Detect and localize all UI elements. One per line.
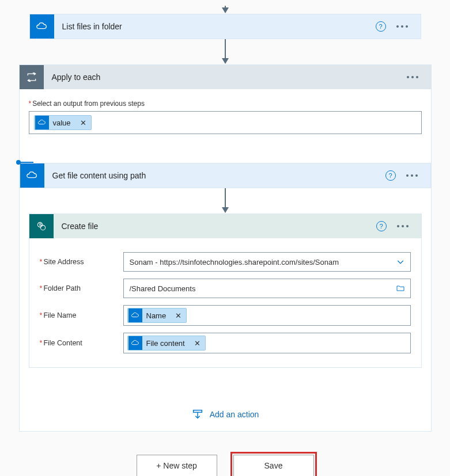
- onedrive-icon: [30, 14, 54, 39]
- file-content-input[interactable]: File content ✕: [123, 333, 411, 353]
- sharepoint-icon: S: [29, 214, 54, 238]
- help-icon[interactable]: ?: [376, 21, 386, 32]
- file-name-input[interactable]: Name ✕: [123, 305, 411, 326]
- step-get-file-content[interactable]: Get file content using path ?: [20, 163, 431, 188]
- step-apply-to-each: Apply to each *Select an output from pre…: [19, 64, 432, 432]
- create-file-header[interactable]: S Create file ?: [29, 214, 421, 238]
- add-action-button[interactable]: Add an action: [210, 410, 259, 419]
- more-menu[interactable]: [404, 172, 420, 179]
- loop-icon: [20, 65, 44, 89]
- step-title: Get file content using path: [44, 171, 385, 180]
- new-step-button[interactable]: + New step: [137, 455, 217, 476]
- token-value[interactable]: value ✕: [34, 115, 92, 130]
- onedrive-icon: [128, 309, 142, 322]
- token-file-content[interactable]: File content ✕: [127, 336, 206, 351]
- apply-to-each-header[interactable]: Apply to each: [20, 65, 431, 89]
- remove-token[interactable]: ✕: [190, 339, 205, 348]
- output-label: *Select an output from previous steps: [29, 100, 422, 108]
- onedrive-icon: [35, 116, 49, 130]
- step-title: Create file: [54, 222, 376, 231]
- file-name-label: *File Name: [40, 311, 123, 319]
- help-icon[interactable]: ?: [376, 221, 387, 231]
- more-menu[interactable]: [395, 223, 411, 230]
- folder-icon[interactable]: [396, 284, 405, 293]
- remove-token[interactable]: ✕: [171, 311, 186, 320]
- svg-text:S: S: [39, 222, 41, 227]
- onedrive-icon: [128, 336, 142, 350]
- more-menu[interactable]: [394, 23, 410, 30]
- help-icon[interactable]: ?: [385, 170, 396, 181]
- step-title: Apply to each: [44, 73, 404, 82]
- remove-token[interactable]: ✕: [75, 119, 91, 127]
- more-menu[interactable]: [404, 74, 421, 81]
- site-address-label: *Site Address: [40, 258, 123, 266]
- site-address-input[interactable]: [123, 252, 411, 272]
- step-list-files[interactable]: List files in folder ?: [29, 14, 421, 39]
- save-button[interactable]: Save: [233, 455, 314, 476]
- token-name[interactable]: Name ✕: [127, 308, 187, 323]
- file-content-label: *File Content: [40, 339, 123, 347]
- svg-rect-3: [193, 410, 202, 413]
- folder-path-label: *Folder Path: [40, 284, 123, 292]
- add-action-icon: [191, 408, 204, 421]
- connector-line: [17, 162, 33, 163]
- output-token-input[interactable]: value ✕: [29, 111, 422, 134]
- step-title: List files in folder: [54, 22, 376, 31]
- folder-path-input[interactable]: [123, 279, 411, 298]
- step-create-file: S Create file ? *Site Address: [29, 214, 422, 368]
- onedrive-icon: [20, 163, 44, 188]
